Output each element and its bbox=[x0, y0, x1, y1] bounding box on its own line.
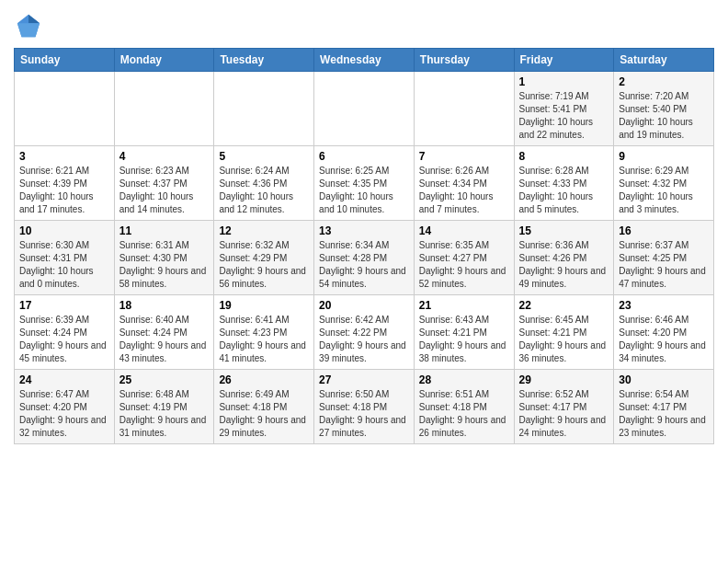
day-number: 7 bbox=[419, 150, 509, 163]
dow-header-thursday: Thursday bbox=[414, 49, 514, 72]
day-info: Sunrise: 6:24 AM bbox=[219, 165, 309, 178]
day-info: Daylight: 9 hours and 52 minutes. bbox=[419, 265, 509, 291]
day-info: Sunset: 4:21 PM bbox=[419, 327, 509, 339]
day-number: 24 bbox=[19, 373, 109, 386]
day-cell: 11Sunrise: 6:31 AMSunset: 4:30 PMDayligh… bbox=[114, 221, 214, 295]
day-number: 27 bbox=[319, 373, 409, 386]
day-info: Daylight: 10 hours and 12 minutes. bbox=[219, 190, 309, 216]
day-info: Sunrise: 6:34 AM bbox=[319, 239, 409, 252]
day-cell: 2Sunrise: 7:20 AMSunset: 5:40 PMDaylight… bbox=[614, 72, 714, 146]
day-number: 30 bbox=[619, 373, 709, 386]
dow-header-friday: Friday bbox=[514, 49, 614, 72]
day-info: Sunset: 4:30 PM bbox=[119, 252, 210, 265]
day-info: Daylight: 9 hours and 56 minutes. bbox=[219, 265, 309, 291]
day-info: Sunset: 4:34 PM bbox=[419, 178, 509, 190]
day-info: Sunrise: 6:30 AM bbox=[19, 239, 109, 252]
day-info: Sunrise: 6:49 AM bbox=[219, 388, 309, 401]
day-info: Daylight: 9 hours and 31 minutes. bbox=[119, 414, 210, 440]
day-number: 12 bbox=[219, 224, 309, 237]
week-row-3: 10Sunrise: 6:30 AMSunset: 4:31 PMDayligh… bbox=[15, 221, 714, 295]
day-info: Sunset: 4:18 PM bbox=[219, 401, 309, 414]
day-info: Daylight: 10 hours and 7 minutes. bbox=[419, 190, 509, 216]
day-info: Daylight: 9 hours and 41 minutes. bbox=[219, 339, 309, 365]
day-info: Sunset: 4:22 PM bbox=[319, 327, 409, 339]
day-cell: 29Sunrise: 6:52 AMSunset: 4:17 PMDayligh… bbox=[514, 370, 614, 444]
dow-header-saturday: Saturday bbox=[614, 49, 714, 72]
day-number: 15 bbox=[519, 224, 609, 237]
day-info: Daylight: 9 hours and 39 minutes. bbox=[319, 339, 409, 365]
day-info: Sunrise: 6:46 AM bbox=[619, 314, 709, 327]
day-number: 16 bbox=[619, 224, 709, 237]
day-cell: 7Sunrise: 6:26 AMSunset: 4:34 PMDaylight… bbox=[414, 146, 514, 221]
day-info: Sunrise: 6:47 AM bbox=[19, 388, 109, 401]
day-number: 1 bbox=[519, 75, 609, 88]
day-info: Sunrise: 6:21 AM bbox=[19, 165, 109, 178]
day-number: 18 bbox=[119, 299, 210, 312]
day-cell bbox=[15, 72, 115, 146]
day-info: Sunrise: 6:45 AM bbox=[519, 314, 609, 327]
day-info: Daylight: 10 hours and 17 minutes. bbox=[19, 190, 109, 216]
day-info: Sunset: 4:26 PM bbox=[519, 252, 609, 265]
day-info: Sunrise: 6:23 AM bbox=[119, 165, 210, 178]
day-info: Sunrise: 6:43 AM bbox=[419, 314, 509, 327]
week-row-1: 1Sunrise: 7:19 AMSunset: 5:41 PMDaylight… bbox=[15, 72, 714, 146]
day-info: Sunset: 4:20 PM bbox=[19, 401, 109, 414]
day-info: Sunrise: 6:36 AM bbox=[519, 239, 609, 252]
day-cell bbox=[214, 72, 314, 146]
day-cell: 15Sunrise: 6:36 AMSunset: 4:26 PMDayligh… bbox=[514, 221, 614, 295]
day-cell: 23Sunrise: 6:46 AMSunset: 4:20 PMDayligh… bbox=[614, 295, 714, 370]
day-cell: 12Sunrise: 6:32 AMSunset: 4:29 PMDayligh… bbox=[214, 221, 314, 295]
day-cell: 21Sunrise: 6:43 AMSunset: 4:21 PMDayligh… bbox=[414, 295, 514, 370]
day-number: 5 bbox=[219, 150, 309, 163]
day-info: Sunset: 4:29 PM bbox=[219, 252, 309, 265]
day-info: Daylight: 10 hours and 0 minutes. bbox=[19, 265, 109, 291]
day-cell bbox=[414, 72, 514, 146]
day-info: Sunrise: 6:25 AM bbox=[319, 165, 409, 178]
day-cell: 27Sunrise: 6:50 AMSunset: 4:18 PMDayligh… bbox=[314, 370, 415, 444]
day-number: 6 bbox=[319, 150, 409, 163]
day-info: Sunset: 4:19 PM bbox=[119, 401, 210, 414]
day-info: Sunrise: 6:50 AM bbox=[319, 388, 409, 401]
day-cell: 18Sunrise: 6:40 AMSunset: 4:24 PMDayligh… bbox=[114, 295, 214, 370]
day-number: 9 bbox=[619, 150, 709, 163]
day-info: Sunset: 5:41 PM bbox=[519, 103, 609, 116]
day-cell: 19Sunrise: 6:41 AMSunset: 4:23 PMDayligh… bbox=[214, 295, 314, 370]
day-info: Daylight: 9 hours and 23 minutes. bbox=[619, 414, 709, 440]
day-cell: 4Sunrise: 6:23 AMSunset: 4:37 PMDaylight… bbox=[114, 146, 214, 221]
day-info: Sunset: 4:20 PM bbox=[619, 327, 709, 339]
day-cell: 20Sunrise: 6:42 AMSunset: 4:22 PMDayligh… bbox=[314, 295, 415, 370]
day-info: Daylight: 9 hours and 29 minutes. bbox=[219, 414, 309, 440]
day-info: Daylight: 9 hours and 36 minutes. bbox=[519, 339, 609, 365]
day-number: 3 bbox=[19, 150, 109, 163]
day-info: Sunset: 4:33 PM bbox=[519, 178, 609, 190]
day-info: Daylight: 9 hours and 58 minutes. bbox=[119, 265, 210, 291]
day-number: 29 bbox=[519, 373, 609, 386]
calendar-body: 1Sunrise: 7:19 AMSunset: 5:41 PMDaylight… bbox=[15, 72, 714, 444]
day-info: Sunrise: 6:51 AM bbox=[419, 388, 509, 401]
day-info: Sunrise: 7:19 AM bbox=[519, 90, 609, 103]
day-info: Sunset: 4:23 PM bbox=[219, 327, 309, 339]
day-info: Sunrise: 6:37 AM bbox=[619, 239, 709, 252]
page-header bbox=[14, 9, 714, 42]
day-cell: 1Sunrise: 7:19 AMSunset: 5:41 PMDaylight… bbox=[514, 72, 614, 146]
logo-icon bbox=[16, 13, 41, 39]
day-info: Daylight: 9 hours and 45 minutes. bbox=[19, 339, 109, 365]
day-number: 20 bbox=[319, 299, 409, 312]
day-info: Daylight: 10 hours and 14 minutes. bbox=[119, 190, 210, 216]
day-info: Sunset: 4:21 PM bbox=[519, 327, 609, 339]
day-number: 10 bbox=[19, 224, 109, 237]
day-info: Daylight: 10 hours and 5 minutes. bbox=[519, 190, 609, 216]
day-info: Sunset: 4:28 PM bbox=[319, 252, 409, 265]
week-row-4: 17Sunrise: 6:39 AMSunset: 4:24 PMDayligh… bbox=[15, 295, 714, 370]
day-info: Sunset: 4:17 PM bbox=[519, 401, 609, 414]
day-info: Sunrise: 6:29 AM bbox=[619, 165, 709, 178]
day-cell: 22Sunrise: 6:45 AMSunset: 4:21 PMDayligh… bbox=[514, 295, 614, 370]
days-of-week-row: SundayMondayTuesdayWednesdayThursdayFrid… bbox=[15, 49, 714, 72]
logo bbox=[14, 13, 41, 42]
day-info: Sunrise: 6:28 AM bbox=[519, 165, 609, 178]
svg-marker-2 bbox=[17, 23, 40, 37]
day-cell: 16Sunrise: 6:37 AMSunset: 4:25 PMDayligh… bbox=[614, 221, 714, 295]
day-info: Sunset: 4:37 PM bbox=[119, 178, 210, 190]
day-info: Sunrise: 7:20 AM bbox=[619, 90, 709, 103]
day-info: Daylight: 10 hours and 10 minutes. bbox=[319, 190, 409, 216]
